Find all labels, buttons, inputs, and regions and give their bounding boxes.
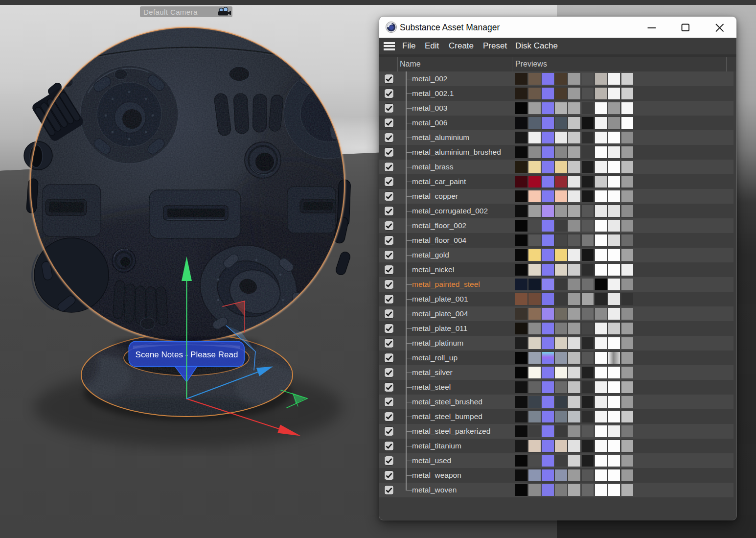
svg-text:Default Camera: Default Camera <box>143 8 198 16</box>
